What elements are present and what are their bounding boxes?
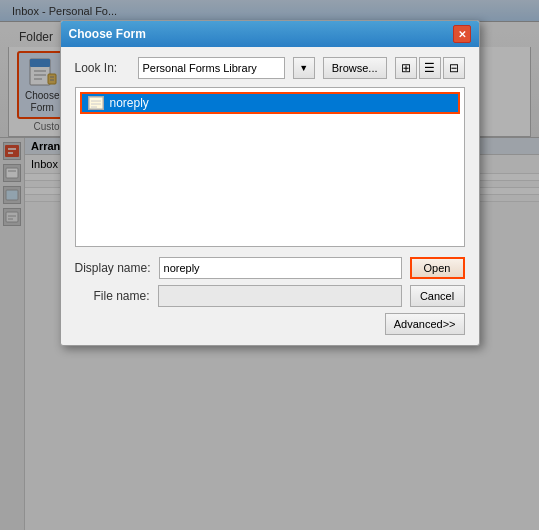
view-details-button[interactable]: ⊟ (443, 57, 465, 79)
cancel-button[interactable]: Cancel (410, 285, 465, 307)
forms-list[interactable]: noreply (75, 87, 465, 247)
look-in-dropdown-button[interactable]: ▼ (293, 57, 315, 79)
advanced-row: Advanced>> (75, 313, 465, 335)
view-list-button[interactable]: ☰ (419, 57, 441, 79)
form-item-icon (88, 96, 104, 110)
view-list-icon: ☰ (424, 61, 435, 75)
view-large-icons-button[interactable]: ⊞ (395, 57, 417, 79)
choose-form-dialog: Choose Form ✕ Look In: Personal Forms Li… (60, 20, 480, 346)
dropdown-arrow-icon: ▼ (299, 63, 308, 73)
dialog-body: Look In: Personal Forms Library ▼ Browse… (61, 47, 479, 345)
display-name-label: Display name: (75, 261, 151, 275)
display-name-row: Display name: Open (75, 257, 465, 279)
dialog-titlebar: Choose Form ✕ (61, 21, 479, 47)
advanced-button[interactable]: Advanced>> (385, 313, 465, 335)
view-details-icon: ⊟ (449, 61, 459, 75)
view-large-icon: ⊞ (401, 61, 411, 75)
file-name-label: File name: (75, 289, 150, 303)
file-name-row: File name: Cancel (75, 285, 465, 307)
dialog-close-button[interactable]: ✕ (453, 25, 471, 43)
form-item-noreply[interactable]: noreply (80, 92, 460, 114)
form-item-label: noreply (110, 96, 149, 110)
browse-button[interactable]: Browse... (323, 57, 387, 79)
dialog-title: Choose Form (69, 27, 146, 41)
view-buttons: ⊞ ☰ ⊟ (395, 57, 465, 79)
look-in-row: Look In: Personal Forms Library ▼ Browse… (75, 57, 465, 79)
look-in-field[interactable]: Personal Forms Library (138, 57, 285, 79)
file-name-input[interactable] (158, 285, 402, 307)
open-button[interactable]: Open (410, 257, 465, 279)
look-in-label: Look In: (75, 61, 130, 75)
display-name-input[interactable] (159, 257, 402, 279)
modal-overlay: Choose Form ✕ Look In: Personal Forms Li… (0, 0, 539, 530)
